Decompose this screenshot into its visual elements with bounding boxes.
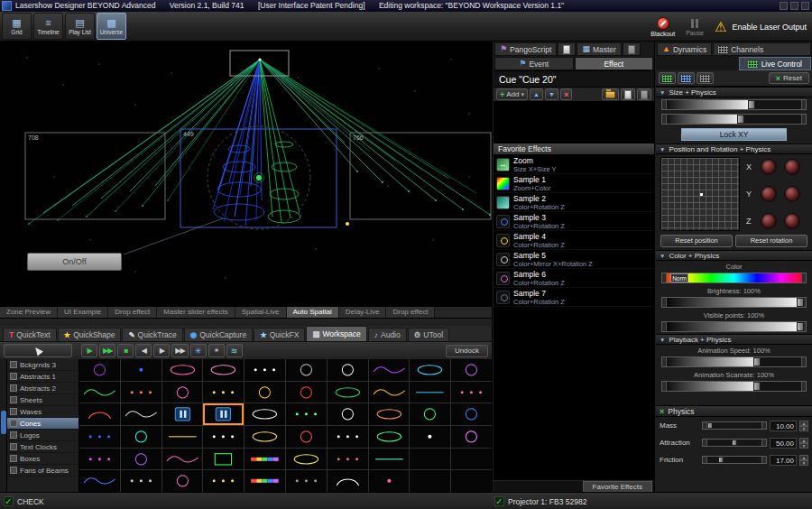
skip-forward-button[interactable]: ▶▶ bbox=[171, 344, 188, 357]
zone-tab-drop-effect[interactable]: Drop effect bbox=[108, 307, 157, 318]
frame-cell-21[interactable] bbox=[121, 403, 161, 425]
zone-tab-master-slider-effects[interactable]: Master slider effects bbox=[157, 307, 235, 318]
category-scrollbar[interactable] bbox=[0, 359, 7, 492]
reset-rotation-button[interactable]: Reset rotation bbox=[735, 235, 807, 247]
save-effect-button[interactable] bbox=[637, 88, 651, 100]
slider-handle[interactable] bbox=[707, 422, 713, 429]
play-all-button[interactable]: ▶▶ bbox=[99, 344, 115, 357]
frame-cell-52[interactable] bbox=[162, 470, 203, 492]
frame-cell-50[interactable] bbox=[79, 470, 120, 492]
category-abstracts-1[interactable]: Abstracts 1 bbox=[7, 371, 78, 383]
slider-handle[interactable] bbox=[718, 457, 724, 463]
section-color-physics[interactable]: ▼ Color + Physics bbox=[656, 250, 812, 261]
zone-tab-delay-live[interactable]: Delay-Live bbox=[339, 307, 387, 318]
frame-cell-7[interactable] bbox=[369, 359, 410, 381]
section-size-physics[interactable]: ▼ Size + Physics bbox=[656, 87, 812, 97]
color-mode-handle[interactable]: Norm bbox=[670, 273, 688, 282]
blackout-button[interactable]: Blackout bbox=[651, 17, 675, 37]
frame-cell-36[interactable] bbox=[328, 426, 368, 448]
frame-cell-2[interactable] bbox=[162, 359, 203, 381]
frame-cell-43[interactable] bbox=[203, 449, 244, 470]
tab-utool[interactable]: ⚙UTool bbox=[408, 328, 449, 341]
frame-cell-32[interactable] bbox=[162, 426, 203, 448]
physics-header[interactable]: × Physics bbox=[656, 405, 812, 417]
spinner-down-icon[interactable]: ▼ bbox=[799, 426, 808, 431]
category-abstracts-2[interactable]: Abstracts 2 bbox=[7, 383, 78, 394]
frame-cell-6[interactable] bbox=[328, 359, 368, 381]
frame-cell-24[interactable] bbox=[245, 403, 285, 425]
frame-cell-17[interactable] bbox=[369, 382, 410, 403]
slider-handle[interactable] bbox=[732, 440, 737, 446]
window-controls[interactable] bbox=[780, 2, 809, 10]
delete-effect-button[interactable]: × bbox=[560, 88, 572, 100]
frame-cell-18[interactable] bbox=[410, 382, 450, 403]
frame-cell-51[interactable] bbox=[121, 470, 161, 492]
slider-handle[interactable] bbox=[737, 115, 744, 124]
window-control-icon[interactable] bbox=[780, 2, 788, 10]
frame-cell-28[interactable] bbox=[410, 403, 450, 425]
move-up-button[interactable]: ▲ bbox=[530, 88, 543, 100]
laser-preview[interactable]: 708449766 On/Off bbox=[0, 42, 493, 306]
position-z-knob[interactable] bbox=[761, 213, 777, 229]
frame-cell-40[interactable] bbox=[79, 449, 120, 470]
reset-button[interactable]: × Reset bbox=[769, 72, 809, 84]
frame-cell-46[interactable] bbox=[328, 449, 368, 470]
favorite-effects-tab[interactable]: Favorite Effects bbox=[583, 481, 652, 492]
frame-cell-19[interactable] bbox=[451, 382, 492, 403]
fx-button[interactable]: ✳ bbox=[190, 344, 207, 357]
physics-attraction-slider[interactable] bbox=[702, 439, 767, 447]
pause-button[interactable]: Pause bbox=[686, 18, 704, 36]
zone-tab-ui-example[interactable]: UI Example bbox=[58, 307, 108, 318]
frame-cell-20[interactable] bbox=[79, 403, 120, 425]
frame-cell-25[interactable] bbox=[286, 403, 327, 425]
category-cones[interactable]: Cones bbox=[7, 418, 78, 430]
size-x-slider[interactable] bbox=[661, 99, 807, 110]
tab-channels[interactable]: Channels bbox=[713, 42, 811, 56]
color-slider[interactable]: Norm bbox=[661, 273, 807, 283]
category-fans-of-beams[interactable]: Fans of Beams bbox=[7, 465, 78, 477]
window-control-icon[interactable] bbox=[790, 2, 798, 10]
category-bckgrnds-3[interactable]: Bckgrnds 3 bbox=[7, 359, 78, 371]
tab-event[interactable]: ⚑ Event bbox=[494, 57, 574, 70]
spinner-down-icon[interactable]: ▼ bbox=[799, 443, 808, 449]
new-effect-button[interactable] bbox=[621, 88, 635, 100]
frame-cell-45[interactable] bbox=[286, 449, 327, 470]
frame-cell-29[interactable] bbox=[451, 403, 492, 425]
lock-xy-button[interactable]: Lock XY bbox=[681, 128, 787, 141]
frame-cell-30[interactable] bbox=[79, 426, 120, 448]
zone-tab-zone-preview[interactable]: Zone Preview bbox=[0, 307, 58, 318]
frame-cell-14[interactable] bbox=[245, 382, 285, 403]
frame-cell-23[interactable] bbox=[203, 403, 244, 425]
step-back-button[interactable]: ◀ bbox=[135, 344, 152, 357]
frame-cell-5[interactable] bbox=[286, 359, 327, 381]
physics-mass-slider[interactable] bbox=[702, 421, 767, 430]
frame-cell-31[interactable] bbox=[121, 426, 161, 448]
frame-cell-10[interactable] bbox=[79, 382, 120, 403]
category-sheets[interactable]: Sheets bbox=[7, 394, 78, 406]
tab-master[interactable]: ▦ Master bbox=[577, 42, 622, 56]
frame-cell-12[interactable] bbox=[162, 382, 203, 403]
frame-cell-53[interactable] bbox=[203, 470, 244, 492]
physics-friction-slider[interactable] bbox=[702, 456, 767, 464]
favorite-effect-item-sample-3[interactable]: Sample 3Color+Rotation Z bbox=[494, 212, 654, 231]
go-button[interactable]: ■ bbox=[117, 344, 134, 357]
frame-cell-4[interactable] bbox=[245, 359, 285, 381]
frame-cell-35[interactable] bbox=[286, 426, 327, 448]
frame-cell-41[interactable] bbox=[121, 449, 161, 470]
favorite-effect-item-sample-1[interactable]: Sample 1Zoom+Color bbox=[494, 174, 654, 193]
favorite-effect-item-sample-5[interactable]: Sample 5Color+Mirror X+Rotation Z bbox=[494, 250, 654, 269]
size-y-slider[interactable] bbox=[661, 114, 807, 125]
frame-cell-26[interactable] bbox=[328, 403, 368, 425]
tab-quicktext[interactable]: TQuickText bbox=[3, 328, 57, 341]
effects-button[interactable]: ✴ bbox=[208, 344, 225, 357]
frame-cell-16[interactable] bbox=[328, 382, 368, 403]
undock-button[interactable]: Undock bbox=[446, 345, 488, 357]
slider-handle[interactable] bbox=[753, 382, 761, 391]
frame-cell-38[interactable] bbox=[410, 426, 450, 448]
window-control-icon[interactable] bbox=[801, 2, 809, 10]
zone-tab-auto-spatial[interactable]: Auto Spatial bbox=[287, 307, 339, 318]
visible-points-slider[interactable] bbox=[661, 321, 807, 332]
frame-cell-1[interactable] bbox=[121, 359, 161, 381]
frame-cell-54[interactable] bbox=[245, 470, 285, 492]
value-spinner[interactable]: ▲▼ bbox=[799, 455, 808, 466]
